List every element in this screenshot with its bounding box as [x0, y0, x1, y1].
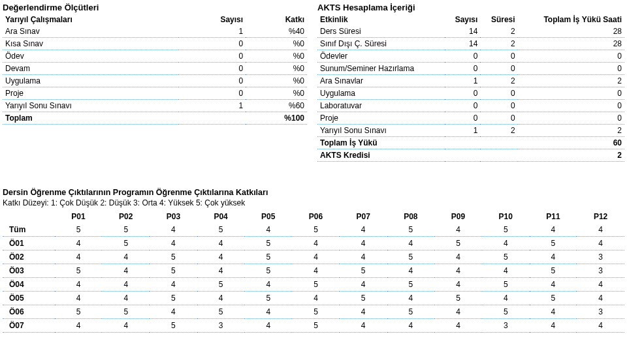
cell-value: 3	[197, 319, 245, 333]
row-pct: %0	[246, 38, 307, 50]
contrib-col: P05	[244, 210, 292, 223]
row-value: 0	[518, 50, 624, 63]
row-label: Uygulama	[317, 87, 445, 100]
table-row: Yarıyıl Sonu Sınavı122	[317, 125, 624, 137]
cell-value: 5	[244, 264, 292, 278]
cell-value: 4	[292, 264, 340, 278]
row-value: 0	[480, 100, 517, 112]
cell-value: 4	[55, 278, 103, 292]
contrib-table: P01P02P03P04P05P06P07P08P09P10P11P12 Tüm…	[3, 210, 624, 333]
contrib-col: P07	[340, 210, 387, 223]
cell-value: 4	[434, 305, 482, 319]
row-count: 1	[178, 25, 246, 38]
row-count: 1	[178, 100, 246, 112]
row-label: Sınıf Dışı Ç. Süresi	[317, 38, 445, 50]
row-count: 0	[178, 50, 246, 63]
row-label: Ders Süresi	[317, 25, 445, 38]
cell-value: 5	[55, 305, 103, 319]
table-row: Ara Sınavlar122	[317, 75, 624, 87]
row-value: 0	[480, 50, 517, 63]
row-count: 0	[178, 87, 246, 100]
contrib-col: P03	[150, 210, 197, 223]
table-row: Uygulama0%0	[3, 75, 307, 87]
cell-value: 5	[197, 278, 245, 292]
row-pct: %0	[246, 50, 307, 63]
row-label: Ö06	[3, 305, 55, 319]
cell-value: 4	[244, 223, 292, 237]
contribution-panel: Dersin Öğrenme Çıktılarının Programın Öğ…	[0, 188, 627, 333]
cell-value: 4	[434, 278, 482, 292]
eval-col-0: Yarıyıl Çalışmaları	[3, 14, 178, 25]
row-label: Ödev	[3, 50, 178, 63]
table-row: Ö05445454545454	[3, 292, 624, 305]
row-value: 28	[518, 25, 624, 38]
contrib-col: P06	[292, 210, 340, 223]
cell-value: 5	[434, 292, 482, 305]
cell-value: 5	[482, 278, 530, 292]
row-label: Yarıyıl Sonu Sınavı	[317, 125, 445, 137]
cell-value: 4	[244, 319, 292, 333]
table-row: Ö01454454445454	[3, 237, 624, 250]
table-row: Ö07445345444344	[3, 319, 624, 333]
row-label: Uygulama	[3, 75, 178, 87]
row-label: Proje	[3, 87, 178, 100]
table-row: Kısa Sınav0%0	[3, 38, 307, 50]
cell-value: 5	[55, 223, 103, 237]
row-label: Proje	[317, 112, 445, 125]
cell-value: 4	[340, 305, 387, 319]
row-label: Ara Sınav	[3, 25, 178, 38]
cell-value: 4	[340, 223, 387, 237]
cell-value: 4	[387, 237, 435, 250]
cell-value: 4	[482, 237, 530, 250]
row-pct: %40	[246, 25, 307, 38]
cell-value: 4	[340, 278, 387, 292]
contrib-col: P11	[530, 210, 577, 223]
row-value	[445, 149, 481, 162]
row-label: Sunum/Seminer Hazırlama	[317, 63, 445, 75]
cell-value: 5	[244, 237, 292, 250]
table-row: Laboratuvar000	[317, 100, 624, 112]
cell-value: 4	[340, 237, 387, 250]
cell-value: 5	[340, 264, 387, 278]
row-value: 2	[480, 38, 517, 50]
akts-table: Etkinlik Sayısı Süresi Toplam İş Yükü Sa…	[317, 14, 624, 162]
row-value: 2	[518, 149, 624, 162]
akts-title: AKTS Hesaplama İçeriği	[317, 3, 624, 12]
cell-value: 4	[530, 223, 577, 237]
cell-value: 4	[197, 250, 245, 264]
contrib-title: Dersin Öğrenme Çıktılarının Programın Öğ…	[3, 188, 624, 197]
cell-value: 5	[530, 237, 577, 250]
row-value: 2	[480, 25, 517, 38]
row-pct: %0	[246, 63, 307, 75]
cell-value: 5	[482, 305, 530, 319]
cell-value: 5	[292, 223, 340, 237]
table-row: AKTS Kredisi2	[317, 149, 624, 162]
cell-value: 4	[150, 278, 197, 292]
cell-value: 4	[244, 305, 292, 319]
table-row: Toplam%100	[3, 112, 307, 125]
akts-col-3: Toplam İş Yükü Saati	[518, 14, 624, 25]
row-value: 2	[480, 125, 517, 137]
row-value: 2	[480, 75, 517, 87]
cell-value: 5	[150, 292, 197, 305]
row-value: 0	[480, 87, 517, 100]
cell-value: 5	[292, 319, 340, 333]
row-value: 0	[445, 50, 481, 63]
cell-value: 4	[577, 223, 624, 237]
contrib-sub: Katkı Düzeyi: 1: Çok Düşük 2: Düşük 3: O…	[3, 198, 624, 207]
cell-value: 5	[292, 305, 340, 319]
table-row: Proje0%0	[3, 87, 307, 100]
cell-value: 4	[102, 250, 150, 264]
row-pct: %60	[246, 100, 307, 112]
row-value	[480, 137, 517, 149]
row-value: 28	[518, 38, 624, 50]
eval-title: Değerlendirme Ölçütleri	[3, 3, 307, 12]
cell-value: 5	[150, 250, 197, 264]
row-value: 2	[518, 125, 624, 137]
row-value: 14	[445, 38, 481, 50]
cell-value: 4	[55, 237, 103, 250]
cell-value: 4	[530, 319, 577, 333]
cell-value: 4	[340, 250, 387, 264]
table-row: Proje000	[317, 112, 624, 125]
table-row: Toplam İş Yükü60	[317, 137, 624, 149]
